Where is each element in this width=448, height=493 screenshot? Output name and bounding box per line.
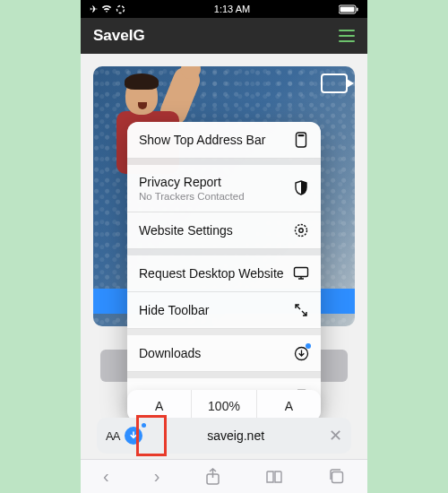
text-smaller-button[interactable]: A xyxy=(127,390,191,421)
download-icon xyxy=(293,345,309,361)
desktop-icon xyxy=(293,265,309,281)
menu-show-top-address-bar[interactable]: Show Top Address Bar xyxy=(127,122,321,159)
svg-rect-5 xyxy=(298,134,305,136)
menu-request-desktop[interactable]: Request Desktop Website xyxy=(127,255,321,292)
menu-label: Website Settings xyxy=(139,223,233,238)
svg-rect-8 xyxy=(295,268,308,277)
loading-icon xyxy=(116,4,125,14)
expand-icon xyxy=(293,302,309,318)
app-header: SaveIG xyxy=(81,18,367,54)
svg-rect-3 xyxy=(357,7,358,11)
menu-hide-toolbar[interactable]: Hide Toolbar xyxy=(127,292,321,329)
tabs-button[interactable] xyxy=(328,468,345,485)
battery-icon xyxy=(339,4,358,14)
shield-icon xyxy=(293,180,309,196)
menu-website-settings[interactable]: Website Settings xyxy=(127,212,321,249)
menu-privacy-report[interactable]: Privacy Report No Trackers Contacted xyxy=(127,165,321,212)
menu-label: Show Top Address Bar xyxy=(139,133,265,147)
menu-icon[interactable] xyxy=(339,30,355,42)
forward-button[interactable]: › xyxy=(154,466,160,487)
menu-label: Hide Toolbar xyxy=(139,303,209,317)
svg-rect-2 xyxy=(340,6,354,12)
status-bar: ✈︎ 1:13 AM xyxy=(81,0,367,18)
bookmarks-button[interactable] xyxy=(265,470,283,484)
badge-dot xyxy=(306,343,311,349)
menu-label: Privacy Report xyxy=(139,175,245,189)
download-indicator-icon[interactable] xyxy=(125,427,142,445)
video-icon[interactable] xyxy=(321,74,348,93)
svg-point-7 xyxy=(299,229,303,232)
address-bar[interactable]: AA saveig.net ✕ xyxy=(97,418,351,454)
menu-downloads[interactable]: Downloads xyxy=(127,335,321,372)
svg-point-6 xyxy=(296,225,307,237)
share-button[interactable] xyxy=(205,468,220,486)
text-size-control: A 100% A xyxy=(127,390,321,421)
address-bar-top-icon xyxy=(293,132,309,148)
menu-label: Request Desktop Website xyxy=(139,266,284,281)
wifi-icon xyxy=(101,4,112,13)
stop-reload-icon[interactable]: ✕ xyxy=(329,426,342,445)
airplane-icon: ✈︎ xyxy=(90,4,98,15)
browser-toolbar: ‹ › xyxy=(81,459,367,493)
svg-point-0 xyxy=(117,5,125,13)
text-size-value[interactable]: 100% xyxy=(191,390,255,421)
menu-sublabel: No Trackers Contacted xyxy=(139,191,245,202)
aa-button[interactable]: AA xyxy=(106,429,119,443)
gear-icon xyxy=(293,222,309,238)
menu-label: Downloads xyxy=(139,346,201,360)
page-settings-menu: Show Top Address Bar Privacy Report No T… xyxy=(127,122,321,414)
status-time: 1:13 AM xyxy=(214,4,250,14)
text-larger-button[interactable]: A xyxy=(256,390,321,421)
app-title: SaveIG xyxy=(93,27,145,45)
phone-frame: ✈︎ 1:13 AM SaveIG Show Top A xyxy=(81,0,367,493)
bottom-area: AA saveig.net ✕ ‹ › xyxy=(81,418,367,493)
back-button[interactable]: ‹ xyxy=(103,466,109,487)
url-text: saveig.net xyxy=(142,428,329,443)
svg-rect-12 xyxy=(332,472,342,483)
